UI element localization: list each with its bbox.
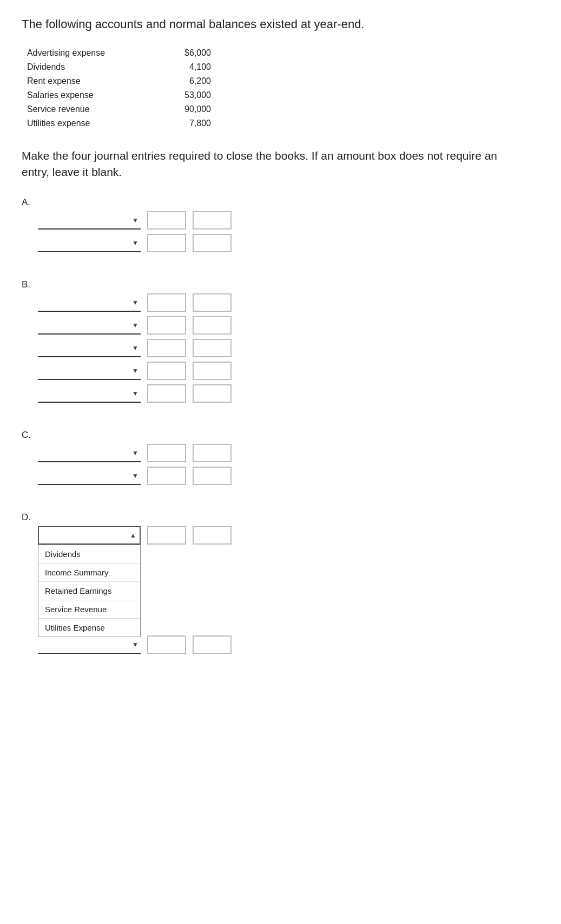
account-name: Service revenue xyxy=(27,104,146,114)
credit-input-b4[interactable] xyxy=(193,362,232,380)
debit-input-d2[interactable] xyxy=(147,635,186,654)
entry-row: Dividends Income Summary Retained Earnin… xyxy=(38,293,539,312)
debit-input-b1[interactable] xyxy=(147,293,186,312)
credit-input-b2[interactable] xyxy=(193,316,232,335)
debit-input-d1[interactable] xyxy=(147,526,186,545)
section-b-entries: Dividends Income Summary Retained Earnin… xyxy=(22,293,539,403)
credit-input-b5[interactable] xyxy=(193,384,232,403)
label-d: D. xyxy=(22,512,38,523)
dropdown-wrapper-b4[interactable]: Dividends Income Summary Retained Earnin… xyxy=(38,362,141,380)
dropdown-wrapper-a1[interactable]: Dividends Income Summary Retained Earnin… xyxy=(38,211,141,230)
table-row: Utilities expense 7,800 xyxy=(27,116,539,130)
table-row: Salaries expense 53,000 xyxy=(27,88,539,102)
account-value: 6,200 xyxy=(146,76,211,86)
account-name: Utilities expense xyxy=(27,119,146,128)
dropdown-wrapper-b1[interactable]: Dividends Income Summary Retained Earnin… xyxy=(38,293,141,312)
entry-row: Dividends Income Summary Retained Earnin… xyxy=(38,444,539,462)
credit-input-b1[interactable] xyxy=(193,293,232,312)
chevron-up-icon: ▲ xyxy=(130,532,136,539)
section-a: A. Dividends Income Summary Retained Ear… xyxy=(22,197,539,252)
dropdown-menu-d1[interactable]: Dividends Income Summary Retained Earnin… xyxy=(38,545,141,637)
credit-input-c1[interactable] xyxy=(193,444,232,462)
debit-input-c1[interactable] xyxy=(147,444,186,462)
table-row: Advertising expense $6,000 xyxy=(27,46,539,60)
account-select-a2[interactable]: Dividends Income Summary Retained Earnin… xyxy=(38,234,141,252)
account-value: 4,100 xyxy=(146,62,211,72)
table-row: Dividends 4,100 xyxy=(27,60,539,74)
entry-row: Dividends Income Summary Retained Earnin… xyxy=(38,316,539,335)
account-name: Salaries expense xyxy=(27,90,146,100)
section-d: D. ▲ Dividends Income Summary Retained E… xyxy=(22,512,539,654)
entry-row: Dividends Income Summary Retained Earnin… xyxy=(38,339,539,357)
debit-input-b2[interactable] xyxy=(147,316,186,335)
entry-row: Dividends Income Summary Retained Earnin… xyxy=(38,234,539,252)
section-d-label: D. xyxy=(22,512,539,523)
dropdown-wrapper-b5[interactable]: Dividends Income Summary Retained Earnin… xyxy=(38,384,141,403)
entry-row: ▲ Dividends Income Summary Retained Earn… xyxy=(38,526,539,545)
entry-row: Dividends Income Summary Retained Earnin… xyxy=(38,211,539,230)
entry-row: Dividends Income Summary Retained Earnin… xyxy=(38,384,539,403)
account-select-d2[interactable]: Dividends Income Summary Retained Earnin… xyxy=(38,635,141,654)
section-c-entries: Dividends Income Summary Retained Earnin… xyxy=(22,444,539,485)
credit-input-b3[interactable] xyxy=(193,339,232,357)
account-select-c1[interactable]: Dividends Income Summary Retained Earnin… xyxy=(38,444,141,462)
account-select-b5[interactable]: Dividends Income Summary Retained Earnin… xyxy=(38,384,141,403)
account-name: Advertising expense xyxy=(27,48,146,58)
entry-row: Dividends Income Summary Retained Earnin… xyxy=(38,635,539,654)
table-row: Rent expense 6,200 xyxy=(27,74,539,88)
section-d-entries: ▲ Dividends Income Summary Retained Earn… xyxy=(22,526,539,654)
accounts-table: Advertising expense $6,000 Dividends 4,1… xyxy=(27,46,539,130)
table-row: Service revenue 90,000 xyxy=(27,102,539,116)
section-c: C. Dividends Income Summary Retained Ear… xyxy=(22,430,539,485)
debit-input-b4[interactable] xyxy=(147,362,186,380)
dropdown-wrapper-b2[interactable]: Dividends Income Summary Retained Earnin… xyxy=(38,316,141,335)
debit-input-a2[interactable] xyxy=(147,234,186,252)
intro-text: The following accounts and normal balanc… xyxy=(22,16,509,33)
label-c: C. xyxy=(22,430,38,441)
account-value: $6,000 xyxy=(146,48,211,58)
debit-input-b5[interactable] xyxy=(147,384,186,403)
section-a-label: A. xyxy=(22,197,539,208)
debit-input-a1[interactable] xyxy=(147,211,186,230)
account-value: 7,800 xyxy=(146,119,211,128)
account-value: 90,000 xyxy=(146,104,211,114)
account-select-b1[interactable]: Dividends Income Summary Retained Earnin… xyxy=(38,293,141,312)
instruction-text: Make the four journal entries required t… xyxy=(22,148,509,181)
account-select-b2[interactable]: Dividends Income Summary Retained Earnin… xyxy=(38,316,141,335)
menu-item-utilities-expense[interactable]: Utilities Expense xyxy=(38,619,140,637)
account-select-b3[interactable]: Dividends Income Summary Retained Earnin… xyxy=(38,339,141,357)
section-c-label: C. xyxy=(22,430,539,441)
section-a-entries: Dividends Income Summary Retained Earnin… xyxy=(22,211,539,252)
dropdown-open-container-d1[interactable]: ▲ Dividends Income Summary Retained Earn… xyxy=(38,526,141,545)
debit-input-b3[interactable] xyxy=(147,339,186,357)
dropdown-wrapper-a2[interactable]: Dividends Income Summary Retained Earnin… xyxy=(38,234,141,252)
dropdown-wrapper-c2[interactable]: Dividends Income Summary Retained Earnin… xyxy=(38,467,141,485)
dropdown-wrapper-b3[interactable]: Dividends Income Summary Retained Earnin… xyxy=(38,339,141,357)
credit-input-c2[interactable] xyxy=(193,467,232,485)
credit-input-d1[interactable] xyxy=(193,526,232,545)
account-name: Rent expense xyxy=(27,76,146,86)
menu-item-service-revenue[interactable]: Service Revenue xyxy=(38,600,140,619)
credit-input-a1[interactable] xyxy=(193,211,232,230)
entry-row: Dividends Income Summary Retained Earnin… xyxy=(38,467,539,485)
section-b-label: B. xyxy=(22,279,539,290)
menu-item-retained-earnings[interactable]: Retained Earnings xyxy=(38,582,140,600)
dropdown-wrapper-d2[interactable]: Dividends Income Summary Retained Earnin… xyxy=(38,635,141,654)
label-b: B. xyxy=(22,279,38,290)
account-select-c2[interactable]: Dividends Income Summary Retained Earnin… xyxy=(38,467,141,485)
account-value: 53,000 xyxy=(146,90,211,100)
menu-item-income-summary[interactable]: Income Summary xyxy=(38,563,140,582)
open-select-d1[interactable]: ▲ xyxy=(38,526,141,545)
section-b: B. Dividends Income Summary Retained Ear… xyxy=(22,279,539,403)
menu-item-dividends[interactable]: Dividends xyxy=(38,545,140,563)
credit-input-a2[interactable] xyxy=(193,234,232,252)
account-select-a1[interactable]: Dividends Income Summary Retained Earnin… xyxy=(38,211,141,230)
account-name: Dividends xyxy=(27,62,146,72)
account-select-b4[interactable]: Dividends Income Summary Retained Earnin… xyxy=(38,362,141,380)
dropdown-wrapper-c1[interactable]: Dividends Income Summary Retained Earnin… xyxy=(38,444,141,462)
credit-input-d2[interactable] xyxy=(193,635,232,654)
debit-input-c2[interactable] xyxy=(147,467,186,485)
label-a: A. xyxy=(22,197,38,208)
entry-row: Dividends Income Summary Retained Earnin… xyxy=(38,362,539,380)
